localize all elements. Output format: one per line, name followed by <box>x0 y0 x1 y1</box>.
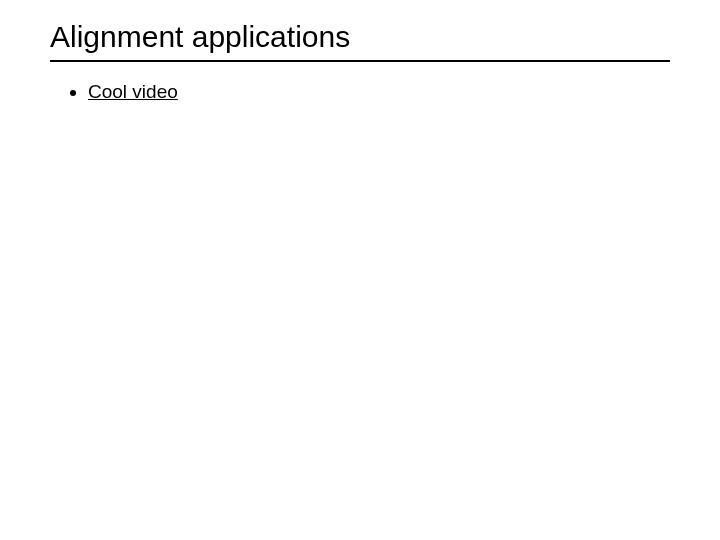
slide-container: Alignment applications Cool video <box>0 0 720 540</box>
video-link[interactable]: Cool video <box>88 81 178 102</box>
bullet-list: Cool video <box>60 78 670 107</box>
bullet-item: Cool video <box>88 78 670 107</box>
slide-content: Cool video <box>50 78 670 107</box>
slide-title: Alignment applications <box>50 20 670 62</box>
